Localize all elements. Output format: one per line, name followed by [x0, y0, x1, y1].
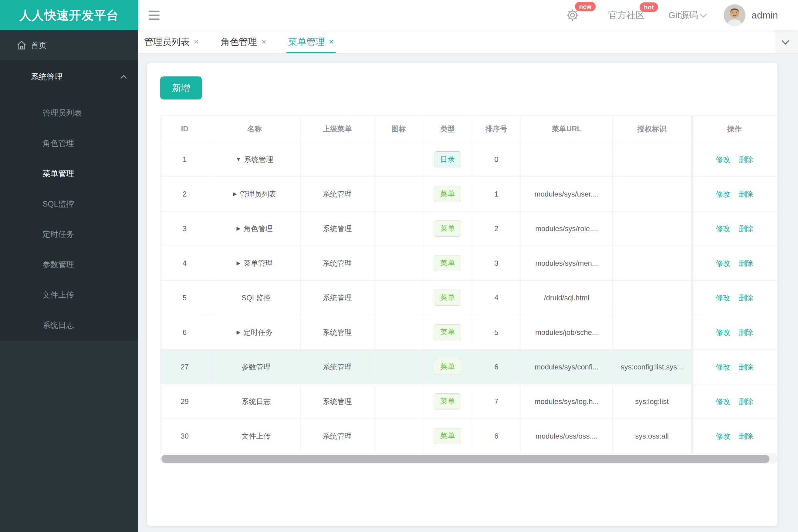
caret-down-icon[interactable]: ▼: [236, 156, 241, 163]
tab-admin-list[interactable]: 管理员列表 ×: [144, 30, 199, 53]
sidebar-item-sql-monitor[interactable]: SQL监控: [0, 189, 138, 219]
chevron-up-icon: [120, 75, 127, 81]
top-header: 人人快速开发平台 new: [0, 0, 798, 30]
col-header-type: 类型: [423, 116, 472, 142]
community-link[interactable]: 官方社区 hot: [608, 9, 645, 21]
edit-link[interactable]: 修改: [716, 432, 730, 440]
type-badge: 菜单: [434, 290, 461, 306]
edit-link[interactable]: 修改: [716, 225, 730, 233]
sidebar-item-param-mgmt[interactable]: 参数管理: [0, 249, 138, 280]
type-badge: 菜单: [434, 186, 461, 202]
table-row-highlighted[interactable]: 27 参数管理 系统管理 菜单 6 modules/sys/confi... s…: [161, 350, 778, 384]
hamburger-icon: [149, 15, 160, 16]
table-row[interactable]: 29 系统日志 系统管理 菜单 7 modules/sys/log.h... s…: [161, 384, 778, 419]
home-icon: [16, 40, 27, 50]
tab-overflow-button[interactable]: [775, 30, 798, 53]
main-content: 新增 ID 名称 上级菜单 图标 类型 排序号 菜单URL: [138, 54, 798, 532]
sidebar-group-toggle[interactable]: 系统管理: [0, 60, 138, 93]
type-badge: 目录: [434, 151, 461, 167]
col-header-ops: 操作: [691, 116, 778, 142]
tab-menu-mgmt[interactable]: 菜单管理 ×: [288, 30, 334, 53]
theme-settings-button[interactable]: new: [566, 8, 579, 22]
table-row[interactable]: 3 ▶角色管理 系统管理 菜单 2 modules/sys/role.... 修…: [161, 211, 778, 246]
sidebar-item-file-upload[interactable]: 文件上传: [0, 280, 138, 310]
chevron-down-icon[interactable]: [700, 11, 707, 18]
close-icon[interactable]: ×: [194, 38, 199, 46]
table-header-row: ID 名称 上级菜单 图标 类型 排序号 菜单URL 授权标识 操作: [161, 116, 778, 142]
tab-role-mgmt[interactable]: 角色管理 ×: [221, 30, 266, 53]
hamburger-icon: [149, 11, 160, 12]
header-nav: new 官方社区 hot Git源码: [566, 0, 778, 30]
sidebar-toggle-button[interactable]: [149, 0, 162, 30]
table-row[interactable]: 6 ▶定时任务 系统管理 菜单 5 modules/job/sche... 修改…: [161, 315, 778, 350]
sidebar-item-menu-mgmt[interactable]: 菜单管理: [0, 158, 138, 189]
table-row[interactable]: 30 文件上传 系统管理 菜单 6 modules/oss/oss.... sy…: [161, 419, 778, 453]
app-root: 人人快速开发平台 new: [0, 0, 798, 532]
close-icon[interactable]: ×: [329, 38, 334, 46]
sidebar-item-admin-list[interactable]: 管理员列表: [0, 98, 138, 128]
table-row[interactable]: 1 ▼系统管理 目录 0 修改删除: [161, 142, 778, 177]
app-logo: 人人快速开发平台: [0, 0, 138, 30]
content-card: 新增 ID 名称 上级菜单 图标 类型 排序号 菜单URL: [147, 63, 777, 526]
edit-link[interactable]: 修改: [716, 190, 730, 198]
menu-table: ID 名称 上级菜单 图标 类型 排序号 菜单URL 授权标识 操作 1 ▼系统: [160, 116, 777, 453]
delete-link[interactable]: 删除: [739, 432, 754, 440]
sidebar-home-label: 首页: [31, 40, 47, 51]
edit-link[interactable]: 修改: [716, 328, 730, 336]
type-badge: 菜单: [434, 428, 461, 444]
hot-badge: hot: [639, 2, 658, 12]
col-header-url: 菜单URL: [521, 116, 613, 142]
delete-link[interactable]: 删除: [739, 397, 754, 405]
chevron-down-icon: [782, 37, 789, 44]
delete-link[interactable]: 删除: [739, 190, 754, 198]
type-badge: 菜单: [434, 324, 461, 340]
col-header-id: ID: [161, 116, 209, 142]
sidebar-item-system-log[interactable]: 系统日志: [0, 310, 138, 340]
caret-right-icon[interactable]: ▶: [236, 260, 240, 266]
caret-right-icon[interactable]: ▶: [233, 191, 237, 197]
avatar[interactable]: [724, 4, 745, 26]
delete-link[interactable]: 删除: [739, 155, 754, 164]
git-source-link[interactable]: Git源码: [668, 9, 698, 21]
sidebar: 首页 系统管理 管理员列表 角色管理 菜单管理 SQL监控 定时任务 参数管理 …: [0, 30, 138, 532]
type-badge: 菜单: [434, 255, 461, 271]
edit-link[interactable]: 修改: [716, 293, 730, 302]
sidebar-item-home[interactable]: 首页: [0, 30, 138, 60]
edit-link[interactable]: 修改: [716, 363, 730, 371]
col-header-icon: 图标: [374, 116, 423, 142]
col-header-order: 排序号: [472, 116, 521, 142]
sidebar-group-label: 系统管理: [31, 72, 62, 82]
username[interactable]: admin: [751, 10, 778, 21]
sidebar-item-role-mgmt[interactable]: 角色管理: [0, 128, 138, 158]
delete-link[interactable]: 删除: [739, 259, 754, 267]
edit-link[interactable]: 修改: [716, 155, 730, 164]
col-header-parent: 上级菜单: [300, 116, 374, 142]
caret-right-icon[interactable]: ▶: [236, 225, 240, 232]
sidebar-group-system: 系统管理 管理员列表 角色管理 菜单管理 SQL监控 定时任务 参数管理 文件上…: [0, 60, 138, 340]
table-row[interactable]: 4 ▶菜单管理 系统管理 菜单 3 modules/sys/men... 修改删…: [161, 246, 778, 281]
edit-link[interactable]: 修改: [716, 259, 730, 267]
horizontal-scrollbar[interactable]: [160, 454, 777, 464]
table-row[interactable]: 5 SQL监控 系统管理 菜单 4 /druid/sql.html 修改删除: [161, 281, 778, 315]
scrollbar-thumb[interactable]: [162, 455, 769, 463]
tab-bar: 管理员列表 × 角色管理 × 菜单管理 ×: [138, 30, 798, 54]
delete-link[interactable]: 删除: [739, 293, 754, 302]
type-badge: 菜单: [434, 393, 461, 410]
col-header-name: 名称: [209, 116, 300, 142]
type-badge: 菜单: [434, 359, 461, 375]
col-header-perms: 授权标识: [613, 116, 691, 142]
delete-link[interactable]: 删除: [739, 363, 754, 371]
edit-link[interactable]: 修改: [716, 397, 730, 405]
sidebar-item-scheduled-jobs[interactable]: 定时任务: [0, 219, 138, 249]
type-badge: 菜单: [434, 221, 461, 236]
new-badge: new: [575, 2, 596, 11]
caret-right-icon[interactable]: ▶: [236, 329, 240, 336]
close-icon[interactable]: ×: [261, 38, 266, 46]
delete-link[interactable]: 删除: [739, 225, 754, 233]
table-row[interactable]: 2 ▶管理员列表 系统管理 菜单 1 modules/sys/user.... …: [161, 177, 778, 211]
hamburger-icon: [149, 19, 160, 20]
delete-link[interactable]: 删除: [739, 328, 754, 336]
add-button[interactable]: 新增: [160, 76, 202, 99]
sidebar-submenu: 管理员列表 角色管理 菜单管理 SQL监控 定时任务 参数管理 文件上传 系统日…: [0, 93, 138, 340]
